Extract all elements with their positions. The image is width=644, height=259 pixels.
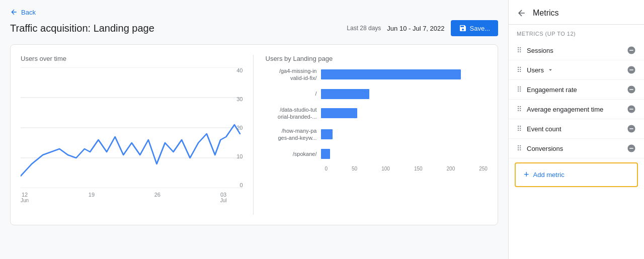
sidebar-header: Metrics bbox=[509, 0, 644, 25]
bar-row-4: /how-many-pages-and-keyw... bbox=[266, 127, 488, 142]
line-chart-area: 12 Jun 19 26 03 Jul 40 bbox=[21, 67, 243, 208]
bar-fill-2 bbox=[321, 89, 369, 99]
save-icon bbox=[459, 24, 467, 32]
x-label-03: 03 Jul bbox=[220, 192, 227, 203]
metric-item-engagement-rate[interactable]: ⠿ Engagement rate bbox=[509, 80, 644, 100]
remove-conversions-button[interactable] bbox=[627, 144, 636, 153]
save-label: Save... bbox=[470, 25, 490, 32]
metric-item-event-count[interactable]: ⠿ Event count bbox=[509, 119, 644, 139]
header-right: Last 28 days Jun 10 - Jul 7, 2022 Save..… bbox=[347, 20, 498, 36]
metric-name-event-count: Event count bbox=[527, 125, 627, 133]
back-link[interactable]: Back bbox=[10, 8, 498, 16]
bar-x-axis: 0 50 100 150 200 250 bbox=[325, 166, 488, 171]
add-metric-label: Add metric bbox=[533, 171, 565, 179]
metric-item-conversions[interactable]: ⠿ Conversions bbox=[509, 139, 644, 158]
bar-fill-3 bbox=[321, 108, 358, 118]
x-label-26: 26 bbox=[154, 192, 160, 203]
remove-users-button[interactable] bbox=[627, 65, 636, 74]
save-button[interactable]: Save... bbox=[451, 20, 498, 36]
remove-sessions-button[interactable] bbox=[627, 46, 636, 55]
plus-icon: + bbox=[524, 169, 529, 180]
drag-icon-avg-engagement-time: ⠿ bbox=[517, 105, 522, 113]
drag-icon-engagement-rate: ⠿ bbox=[517, 85, 522, 94]
bar-track-2 bbox=[321, 89, 488, 99]
bar-label-5: /spokane/ bbox=[266, 150, 321, 157]
line-chart-svg bbox=[21, 67, 243, 188]
bar-row-1: /ga4-missing-invalid-id-fix/ bbox=[266, 67, 488, 82]
page-title: Traffic acquisition: Landing page bbox=[10, 23, 154, 34]
bar-label-2: / bbox=[266, 90, 321, 97]
date-range-label: Last 28 days bbox=[347, 25, 381, 32]
metric-name-avg-engagement-time: Average engagement time bbox=[527, 106, 627, 113]
drag-icon-sessions: ⠿ bbox=[517, 46, 522, 54]
sort-down-icon bbox=[547, 66, 554, 73]
bar-fill-1 bbox=[321, 69, 461, 79]
bar-row-3: /data-studio-tutorial-branded-... bbox=[266, 106, 488, 121]
metric-name-sessions: Sessions bbox=[527, 47, 627, 54]
chart-card: Users over time 12 Jun bbox=[10, 44, 498, 225]
metric-item-sessions[interactable]: ⠿ Sessions bbox=[509, 41, 644, 60]
bar-fill-4 bbox=[321, 129, 333, 139]
remove-avg-engagement-time-button[interactable] bbox=[627, 105, 636, 114]
drag-icon-users: ⠿ bbox=[517, 66, 522, 74]
bar-track-5 bbox=[321, 149, 488, 159]
metrics-label: Metrics (up to 12) bbox=[509, 25, 644, 41]
sidebar: Metrics Metrics (up to 12) ⠿ Sessions ⠿ … bbox=[508, 0, 644, 259]
bar-track-4 bbox=[321, 129, 488, 139]
bar-label-3: /data-studio-tutorial-branded-... bbox=[266, 106, 321, 121]
date-range-value: Jun 10 - Jul 7, 2022 bbox=[387, 25, 444, 32]
bar-label-4: /how-many-pages-and-keyw... bbox=[266, 127, 321, 142]
main-content: Back Traffic acquisition: Landing page L… bbox=[0, 0, 508, 259]
add-metric-button[interactable]: + Add metric bbox=[515, 162, 638, 187]
bar-track-1 bbox=[321, 69, 488, 79]
y-axis: 40 30 20 10 0 bbox=[236, 67, 243, 188]
bar-chart-title: Users by Landing page bbox=[266, 55, 488, 62]
x-label-19: 19 bbox=[89, 192, 95, 203]
metric-name-users: Users bbox=[527, 66, 627, 74]
back-label: Back bbox=[21, 9, 36, 16]
x-label-12: 12 Jun bbox=[21, 192, 29, 203]
bar-track-3 bbox=[321, 108, 488, 118]
bar-chart-area: /ga4-missing-invalid-id-fix/ / /data-stu… bbox=[266, 67, 488, 198]
drag-icon-event-count: ⠿ bbox=[517, 125, 522, 133]
metric-item-users[interactable]: ⠿ Users bbox=[509, 60, 644, 80]
x-axis: 12 Jun 19 26 03 Jul bbox=[21, 192, 243, 203]
page-header: Traffic acquisition: Landing page Last 2… bbox=[10, 20, 498, 36]
back-metrics-icon[interactable] bbox=[517, 8, 527, 18]
bar-row-5: /spokane/ bbox=[266, 149, 488, 159]
bar-chart-section: Users by Landing page /ga4-missing-inval… bbox=[254, 55, 488, 215]
remove-event-count-button[interactable] bbox=[627, 124, 636, 133]
sidebar-title: Metrics bbox=[533, 9, 559, 18]
remove-engagement-rate-button[interactable] bbox=[627, 85, 636, 94]
metric-name-conversions: Conversions bbox=[527, 145, 627, 152]
metric-name-engagement-rate: Engagement rate bbox=[527, 86, 627, 94]
metric-item-avg-engagement-time[interactable]: ⠿ Average engagement time bbox=[509, 100, 644, 119]
bar-fill-5 bbox=[321, 149, 331, 159]
drag-icon-conversions: ⠿ bbox=[517, 144, 522, 152]
line-chart-title: Users over time bbox=[21, 55, 243, 62]
bar-row-2: / bbox=[266, 89, 488, 99]
back-arrow-icon bbox=[10, 8, 18, 16]
line-chart-section: Users over time 12 Jun bbox=[21, 55, 254, 215]
bar-label-1: /ga4-missing-invalid-id-fix/ bbox=[266, 67, 321, 82]
